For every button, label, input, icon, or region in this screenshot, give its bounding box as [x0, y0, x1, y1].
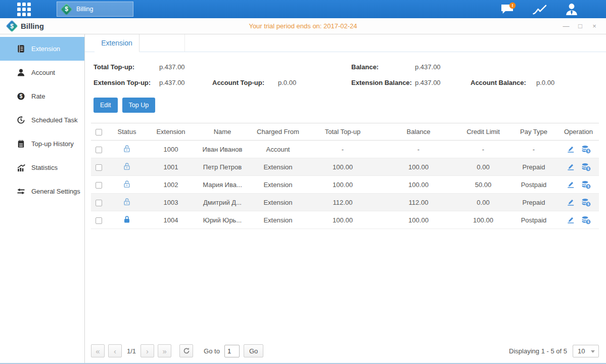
row-checkbox[interactable] — [96, 217, 102, 224]
edit-row-icon[interactable] — [566, 180, 575, 189]
top-up-row-icon[interactable]: $ — [581, 180, 591, 189]
row-checkbox[interactable] — [96, 164, 102, 171]
cell-extension: 1001 — [148, 158, 194, 176]
topbar-right-icons: ! — [500, 2, 580, 16]
sidebar-item-topup-history[interactable]: Top-up History — [0, 132, 84, 156]
cell-balance: - — [380, 141, 457, 158]
sidebar-item-account[interactable]: Account — [0, 61, 84, 84]
svg-text:$: $ — [587, 185, 589, 189]
apps-grid-icon[interactable] — [17, 3, 35, 16]
top-up-row-icon[interactable]: $ — [581, 163, 591, 171]
cell-name: Дмитрий Д... — [194, 194, 251, 211]
extensions-table: Status Extension Name Charged From Total… — [91, 123, 599, 229]
window-title-group: $ Billing — [7, 21, 44, 31]
refresh-button[interactable] — [179, 344, 193, 357]
last-page-button[interactable]: » — [158, 344, 171, 357]
cell-credit-limit: 0.00 — [457, 158, 509, 176]
cell-balance: 112.00 — [380, 194, 457, 211]
cell-charged-from: Extension — [251, 176, 305, 194]
sidebar-item-rate[interactable]: $ Rate — [0, 84, 84, 108]
status-lock-icon — [123, 180, 131, 188]
billing-window-icon: $ — [7, 21, 17, 31]
top-up-button[interactable]: Top Up — [122, 98, 156, 113]
cell-credit-limit: - — [457, 141, 509, 158]
cell-pay-type: Postpaid — [509, 176, 558, 194]
table-row: 1000 Иван Иванов Account - - - - $ — [91, 141, 599, 158]
main-area: Extension Account $ Rate — [0, 34, 606, 363]
col-pay-type: Pay Type — [509, 123, 558, 141]
tab-extension[interactable]: Extension — [95, 34, 139, 52]
svg-text:$: $ — [20, 94, 23, 99]
cell-name: Иван Иванов — [194, 141, 251, 158]
row-checkbox[interactable] — [96, 200, 102, 206]
prev-page-button[interactable]: ‹ — [108, 344, 122, 357]
cell-name: Петр Петров — [194, 158, 251, 176]
row-checkbox[interactable] — [96, 147, 102, 153]
edit-row-icon[interactable] — [566, 198, 575, 206]
svg-text:$: $ — [587, 220, 589, 224]
cell-credit-limit: 0.00 — [457, 194, 509, 211]
sidebar-item-general-settings[interactable]: General Settings — [0, 179, 84, 203]
balance-summary: Total Top-up: p.437.00 Extension Top-up:… — [85, 52, 606, 90]
reports-chart-icon[interactable] — [532, 2, 548, 16]
maximize-button[interactable]: □ — [576, 22, 585, 31]
user-account-icon[interactable] — [564, 2, 580, 16]
topup-history-ledger-icon — [17, 140, 25, 148]
first-page-button[interactable]: « — [91, 344, 105, 357]
notification-badge: ! — [511, 3, 513, 8]
edit-row-icon[interactable] — [566, 163, 575, 171]
cell-credit-limit: 50.00 — [457, 176, 509, 194]
sidebar-item-scheduled-task[interactable]: Scheduled Task — [0, 108, 84, 132]
status-lock-icon — [123, 145, 131, 153]
minimize-button[interactable]: — — [562, 22, 571, 31]
refresh-icon — [183, 347, 190, 354]
taskbar-tab-billing[interactable]: $ Billing — [57, 2, 133, 17]
extension-balance-label: Extension Balance: — [351, 79, 415, 86]
col-balance: Balance — [380, 123, 457, 141]
sidebar-item-label: Rate — [31, 93, 45, 100]
svg-text:$: $ — [587, 202, 589, 206]
cell-balance: 100.00 — [380, 158, 457, 176]
notifications-icon[interactable]: ! — [500, 2, 516, 16]
cell-extension: 1003 — [148, 194, 194, 211]
goto-page-input[interactable] — [224, 345, 240, 357]
table-row: 1003 Дмитрий Д... Extension 112.00 112.0… — [91, 194, 599, 211]
top-up-row-icon[interactable]: $ — [581, 198, 591, 207]
go-button[interactable]: Go — [244, 344, 263, 357]
page-size-select[interactable]: 10 — [573, 345, 599, 357]
edit-button[interactable]: Edit — [94, 98, 118, 113]
top-bar: $ Billing ! — [0, 0, 606, 18]
top-up-row-icon[interactable]: $ — [581, 216, 591, 224]
table-header-row: Status Extension Name Charged From Total… — [91, 123, 599, 141]
scheduled-task-clock-icon — [17, 116, 25, 124]
next-page-button[interactable]: › — [141, 344, 154, 357]
top-up-row-icon[interactable]: $ — [581, 145, 591, 154]
col-operation: Operation — [558, 123, 599, 141]
balance-summary-column: Balance: p.437.00 Extension Balance: p.4… — [351, 59, 606, 90]
billing-app-icon: $ — [61, 4, 72, 15]
edit-row-icon[interactable] — [566, 145, 575, 153]
extension-book-icon — [17, 44, 25, 53]
edit-row-icon[interactable] — [566, 216, 575, 224]
table-row: 1001 Петр Петров Extension 100.00 100.00… — [91, 158, 599, 176]
tab-extension-label: Extension — [101, 39, 132, 47]
cell-pay-type: Prepaid — [509, 194, 558, 211]
cell-total-topup: 100.00 — [305, 158, 380, 176]
displaying-info: Displaying 1 - 5 of 5 — [509, 347, 567, 355]
general-settings-arrows-icon — [17, 187, 25, 196]
cell-pay-type: Postpaid — [509, 211, 558, 229]
cell-pay-type: - — [509, 141, 558, 158]
sidebar-item-statistics[interactable]: Statistics — [0, 156, 84, 179]
cell-charged-from: Extension — [251, 194, 305, 211]
row-checkbox[interactable] — [96, 182, 102, 189]
table-row: 1004 Юрий Юрь... Extension 100.00 100.00… — [91, 211, 599, 229]
sidebar-item-extension[interactable]: Extension — [0, 37, 84, 61]
sidebar-item-label: Account — [31, 69, 55, 76]
sidebar-item-label: Statistics — [31, 164, 58, 171]
cell-total-topup: 100.00 — [305, 211, 380, 229]
svg-text:$: $ — [587, 167, 589, 171]
close-button[interactable]: × — [590, 22, 599, 31]
cell-balance: 100.00 — [380, 211, 457, 229]
select-all-checkbox[interactable] — [96, 129, 102, 135]
cell-charged-from: Extension — [251, 158, 305, 176]
